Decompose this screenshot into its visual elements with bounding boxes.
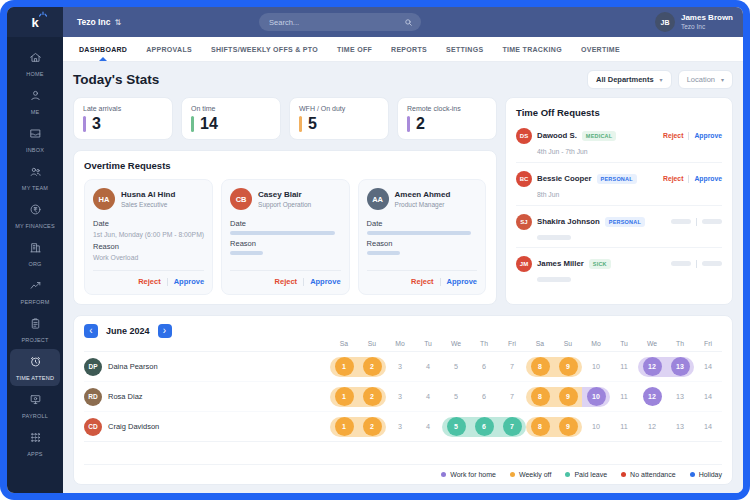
- leave-type-badge: SICK: [589, 259, 611, 269]
- legend-dot: [565, 472, 570, 477]
- sidebar-item-my-team[interactable]: MY TEAM: [10, 159, 60, 196]
- weekly_off-day-marker: 1: [335, 417, 354, 436]
- approve-button[interactable]: Approve: [447, 277, 477, 286]
- sidebar-item-my-finances[interactable]: MY FINANCES: [10, 197, 60, 234]
- approve-button[interactable]: Approve: [174, 277, 204, 286]
- sidebar-item-payroll[interactable]: PAYROLL: [10, 387, 60, 424]
- calendar-day-cell[interactable]: 14: [694, 357, 722, 377]
- calendar-day-cell[interactable]: 4: [414, 417, 442, 437]
- wfh-day-marker: 10: [587, 387, 606, 406]
- calendar-day-cell[interactable]: 10: [582, 417, 610, 437]
- sidebar-item-label: APPS: [27, 451, 42, 457]
- calendar-day-cell[interactable]: 3: [386, 417, 414, 437]
- calendar-day-cell[interactable]: 3: [386, 387, 414, 407]
- approve-button[interactable]: Approve: [310, 277, 340, 286]
- approve-button[interactable]: Approve: [694, 132, 722, 139]
- day-header: Su: [358, 340, 386, 349]
- calendar-day-cell[interactable]: 1: [330, 357, 358, 377]
- calendar-day-cell[interactable]: 1: [330, 417, 358, 437]
- reject-button[interactable]: Reject: [663, 132, 683, 139]
- calendar-day-cell[interactable]: 2: [358, 417, 386, 437]
- avatar: BC: [516, 171, 532, 187]
- calendar-day-cell[interactable]: 1: [330, 387, 358, 407]
- next-month-button[interactable]: ›: [158, 324, 172, 338]
- company-selector[interactable]: Tezo Inc ⇅: [77, 7, 121, 37]
- sidebar-item-inbox[interactable]: INBOX: [10, 121, 60, 158]
- calendar-day-cell[interactable]: 7: [498, 387, 526, 407]
- calendar-day-cell[interactable]: 14: [694, 417, 722, 437]
- reject-button[interactable]: Reject: [275, 277, 298, 286]
- calendar-day-cell[interactable]: 9: [554, 387, 582, 407]
- calendar-day-cell[interactable]: 9: [554, 417, 582, 437]
- search-bar[interactable]: [259, 13, 421, 31]
- tab-settings[interactable]: SETTINGS: [446, 37, 483, 61]
- calendar-day-cell[interactable]: 7: [498, 357, 526, 377]
- sidebar-item-me[interactable]: ME: [10, 83, 60, 120]
- calendar-day-cell[interactable]: 2: [358, 387, 386, 407]
- calendar-day-cell[interactable]: 11: [610, 417, 638, 437]
- user-menu[interactable]: JB James Brown Tezo Inc: [655, 7, 733, 37]
- tab-approvals[interactable]: APPROVALS: [146, 37, 192, 61]
- stat-card-wfh-on-duty: WFH / On duty5: [289, 97, 389, 140]
- calendar-day-cell[interactable]: 5: [442, 387, 470, 407]
- calendar-day-cell[interactable]: 2: [358, 357, 386, 377]
- divider: [440, 278, 441, 286]
- prev-month-button[interactable]: ‹: [84, 324, 98, 338]
- calendar-day-cell[interactable]: 10: [582, 357, 610, 377]
- date-skeleton: [367, 231, 472, 235]
- reject-button[interactable]: Reject: [411, 277, 434, 286]
- tab-overtime[interactable]: OVERTIME: [581, 37, 620, 61]
- sidebar-item-perform[interactable]: PERFORM: [10, 273, 60, 310]
- filters: All Departments ▾ Location ▾: [587, 70, 733, 89]
- calendar-day-cell[interactable]: 5: [442, 357, 470, 377]
- calendar-day-cell[interactable]: 8: [526, 357, 554, 377]
- calendar-day-cell[interactable]: 8: [526, 387, 554, 407]
- page-title: Today's Stats: [73, 72, 159, 87]
- calendar-day-cell[interactable]: 3: [386, 357, 414, 377]
- calendar-day-cell[interactable]: 7: [498, 417, 526, 437]
- stat-color-bar: [407, 116, 410, 132]
- calendar-day-cell[interactable]: 11: [610, 387, 638, 407]
- tab-shifts-weekly-offs-pto[interactable]: SHIFTS/WEEKLY OFFS & PTO: [211, 37, 318, 61]
- calendar-day-cell[interactable]: 8: [526, 417, 554, 437]
- calendar-day-cell[interactable]: 5: [442, 417, 470, 437]
- divider: [303, 278, 304, 286]
- calendar-day-cell[interactable]: 10: [582, 387, 610, 407]
- approve-button[interactable]: Approve: [694, 175, 722, 182]
- sidebar-item-home[interactable]: HOME: [10, 45, 60, 82]
- calendar-day-cell[interactable]: 13: [666, 417, 694, 437]
- sidebar-item-apps[interactable]: APPS: [10, 425, 60, 462]
- calendar-day-cell[interactable]: 14: [694, 387, 722, 407]
- reject-button[interactable]: Reject: [663, 175, 683, 182]
- tab-time-off[interactable]: TIME OFF: [337, 37, 372, 61]
- calendar-day-cell[interactable]: 13: [666, 357, 694, 377]
- calendar-day-cell[interactable]: 12: [638, 387, 666, 407]
- sidebar-item-time-attend[interactable]: TIME ATTEND: [10, 349, 60, 386]
- paid_leave-day-marker: 5: [447, 417, 466, 436]
- calendar-day-cell[interactable]: 11: [610, 357, 638, 377]
- user-meta: James Brown Tezo Inc: [681, 13, 733, 31]
- sidebar-item-project[interactable]: PROJECT: [10, 311, 60, 348]
- search-input[interactable]: [267, 17, 404, 28]
- tab-reports[interactable]: REPORTS: [391, 37, 427, 61]
- calendar-day-cell[interactable]: 9: [554, 357, 582, 377]
- avatar: CB: [230, 188, 252, 210]
- location-select[interactable]: Location ▾: [678, 70, 733, 89]
- tab-dashboard[interactable]: DASHBOARD: [79, 37, 127, 61]
- timeoff-item: BCBessie CooperPERSONALRejectApprove8th …: [516, 163, 722, 206]
- calendar-day-cell[interactable]: 12: [638, 357, 666, 377]
- app-logo[interactable]: k: [7, 7, 63, 37]
- calendar-day-cell[interactable]: 12: [638, 417, 666, 437]
- calendar-day-cell[interactable]: 6: [470, 357, 498, 377]
- overtime-card-actions: RejectApprove: [230, 270, 340, 286]
- calendar-day-cell[interactable]: 4: [414, 387, 442, 407]
- sidebar-item-org[interactable]: ORG: [10, 235, 60, 272]
- calendar-day-cell[interactable]: 13: [666, 387, 694, 407]
- tab-time-tracking[interactable]: TIME TRACKING: [502, 37, 562, 61]
- reject-button[interactable]: Reject: [138, 277, 161, 286]
- calendar-day-cell[interactable]: 6: [470, 417, 498, 437]
- calendar-day-cell[interactable]: 6: [470, 387, 498, 407]
- calendar-day-cell[interactable]: 4: [414, 357, 442, 377]
- calendar-row: RDRosa Diaz1234567891011121314: [84, 382, 722, 412]
- department-select[interactable]: All Departments ▾: [587, 70, 672, 89]
